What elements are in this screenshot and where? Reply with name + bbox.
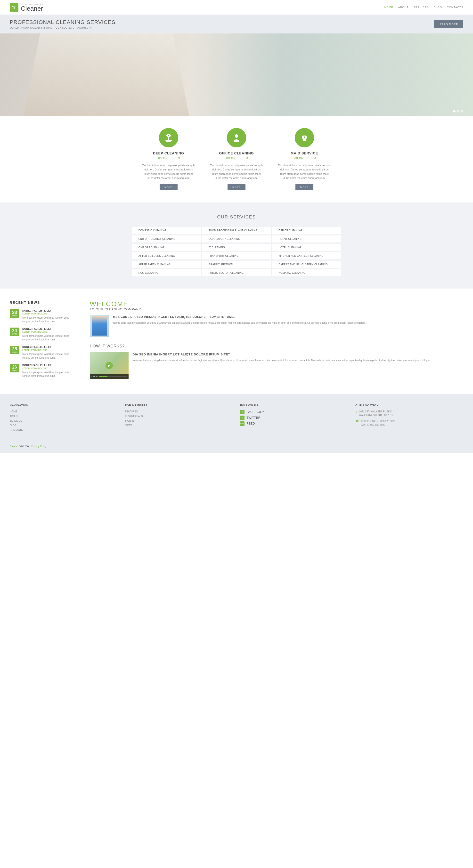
nav-services[interactable]: SERVICES bbox=[413, 6, 428, 9]
footer-members-news[interactable]: NEWS bbox=[125, 424, 233, 427]
welcome-subtitle: TO OUR CLEANING COMPANY bbox=[90, 307, 463, 311]
how-quote: DIA SED INENIA INGERT LOT ALIQTE DOLORE … bbox=[132, 352, 430, 356]
service-card-2-title: OFFICE CLEANING bbox=[210, 151, 263, 155]
twitter-icon: t bbox=[240, 415, 244, 420]
arrow-icon: › bbox=[275, 272, 276, 274]
footer-nav-home[interactable]: HOME bbox=[10, 410, 118, 413]
service-item-laboratory[interactable]: ›LABORATORY CLEANING bbox=[202, 236, 271, 243]
footer-members-title: FOR MEMBERS bbox=[125, 404, 233, 407]
footer-nav-services[interactable]: SERVICES bbox=[10, 419, 118, 423]
welcome-text-block: MES CUML DIA SED INENIAS INGERT LOT ALII… bbox=[113, 315, 366, 337]
read-more-button[interactable]: READ MORE bbox=[434, 20, 463, 28]
header: 🗑 CLEANING COMPANY Cleaner HOME ABOUT SE… bbox=[0, 0, 473, 15]
play-button[interactable]: ▶ bbox=[106, 362, 113, 369]
news-headline-3: DONEC FACILISI LILET bbox=[22, 346, 78, 348]
hero-dot-3[interactable] bbox=[461, 110, 463, 113]
service-item-builders[interactable]: ›AFTER BUILDERS CLEANING bbox=[132, 252, 201, 259]
service-item-party[interactable]: ›AFTER PARTY CLEANING bbox=[132, 261, 201, 268]
service-item-hotel[interactable]: ›HOTEL CLEANING bbox=[272, 244, 341, 251]
hero-dots bbox=[453, 110, 463, 113]
footer-members-testimonials[interactable]: TESTIMONIALS bbox=[125, 414, 233, 418]
how-title: HOW IT WORKS? bbox=[90, 344, 463, 348]
news-content-1: DONEC FACILISI LILET LOREM IPSUM DOLORE … bbox=[22, 309, 78, 323]
news-month-3: MAR bbox=[10, 351, 20, 353]
video-thumbnail[interactable]: ▶ 0:11:52 bbox=[90, 352, 128, 379]
news-item-2: 24 MAR DONEC FACILISI LILET LOREM IPSUM … bbox=[10, 328, 78, 341]
welcome-section: WELCOME TO OUR CLEANING COMPANY MES CUML… bbox=[90, 301, 463, 382]
nav-contacts[interactable]: CONTACTS bbox=[447, 6, 463, 9]
service-item-rug[interactable]: ›RUG CLEANING bbox=[132, 269, 201, 276]
hero-banner: PROFESSIONAL CLEANING SERVICES LOREM IPS… bbox=[0, 15, 473, 33]
video-progress-fill bbox=[99, 376, 108, 377]
footer-nav-blog[interactable]: BLOG bbox=[10, 424, 118, 427]
footer-privacy-link[interactable]: Privacy Policy bbox=[31, 445, 46, 447]
social-twitter[interactable]: t TWITTER bbox=[240, 415, 348, 420]
service-item-retail[interactable]: ›RETAIL CLEANING bbox=[272, 236, 341, 243]
arrow-icon: › bbox=[206, 255, 207, 257]
welcome-body: Nemra enire ipsum vitupillatam volutues … bbox=[113, 321, 366, 325]
hero-dot-1[interactable] bbox=[453, 110, 455, 113]
footer-grid: NAVIGATION HOME ABOUT SERVICES BLOG CONT… bbox=[10, 404, 463, 433]
footer-nav-about[interactable]: ABOUT bbox=[10, 414, 118, 418]
service-item-office[interactable]: ›OFFICE CLEANING bbox=[272, 227, 341, 234]
service-item-label: DOMESTIC CLEANING bbox=[139, 229, 167, 232]
service-card-3-desc: Tincidunt dolor nunc vulp wue pulate vel… bbox=[278, 163, 331, 180]
service-item-label: AFTER BUILDERS CLEANING bbox=[139, 255, 175, 257]
service-item-tenancy[interactable]: ›END OF TENANCY CLEANING bbox=[132, 236, 201, 243]
nav-about[interactable]: ABOUT bbox=[398, 6, 409, 9]
service-card-office: OFFICE CLEANING DOLORE IPSUM Tincidunt d… bbox=[210, 128, 263, 190]
news-category-4: LOREM IPSUM DOLORE bbox=[22, 367, 78, 370]
arrow-icon: › bbox=[275, 263, 276, 266]
svg-point-4 bbox=[235, 134, 238, 138]
arrow-icon: › bbox=[275, 246, 276, 249]
content-section: RECENT NEWS 23 MAR DONEC FACILISI LILET … bbox=[0, 288, 473, 394]
arrow-icon: › bbox=[136, 229, 137, 232]
news-category-1: LOREM IPSUM DOLORE bbox=[22, 313, 78, 315]
video-controls: 0:11:52 bbox=[90, 374, 128, 379]
news-day-2: 24 bbox=[10, 329, 20, 333]
welcome-avatar bbox=[90, 315, 109, 337]
hero-subtitle: LOREM IPSUM DOLOR SIT AMET, CONSECTETUR … bbox=[10, 26, 115, 29]
nav-home[interactable]: HOME bbox=[384, 6, 393, 9]
service-card-1-button[interactable]: MORE bbox=[159, 184, 178, 190]
footer-nav-contacts[interactable]: CONTACTS bbox=[10, 428, 118, 432]
service-item-food[interactable]: ›FOOD PROCESSING PLANT CLEANING bbox=[202, 227, 271, 234]
logo-icon: 🗑 bbox=[10, 3, 19, 12]
service-item-oneoff[interactable]: ›ONE OFF CLEANING bbox=[132, 244, 201, 251]
hero-title: PROFESSIONAL CLEANING SERVICES bbox=[10, 19, 115, 26]
footer-members-signin[interactable]: SIGN IN bbox=[125, 419, 233, 423]
service-item-it[interactable]: ›IT CLEANING bbox=[202, 244, 271, 251]
phone-icon: ☎ bbox=[355, 420, 359, 423]
news-date-1: 23 MAR bbox=[10, 309, 20, 318]
recent-news-title: RECENT NEWS bbox=[10, 301, 78, 305]
hero-dot-2[interactable] bbox=[457, 110, 460, 113]
office-cleaning-icon bbox=[227, 128, 246, 147]
how-text: DIA SED INENIA INGERT LOT ALIQTE DOLORE … bbox=[132, 352, 430, 379]
service-card-3-button[interactable]: MORE bbox=[295, 184, 314, 190]
service-item-transport[interactable]: ›TRANSPORT CLEANING bbox=[202, 252, 271, 259]
how-it-works: HOW IT WORKS? ▶ 0:11:52 DIA SED INENIA I… bbox=[90, 344, 463, 379]
footer-logo-link[interactable]: Cleaner bbox=[10, 445, 19, 447]
service-item-graffiti[interactable]: ›GRAFFITI REMOVAL bbox=[202, 261, 271, 268]
nav-blog[interactable]: BLOG bbox=[434, 6, 442, 9]
news-headline-2: DONEC FACILISI LILET bbox=[22, 328, 78, 330]
video-progress-bar[interactable] bbox=[99, 376, 127, 377]
social-facebook[interactable]: f FACE BOOK bbox=[240, 410, 348, 414]
social-feed-label: FEED bbox=[246, 422, 255, 425]
maid-service-icon bbox=[295, 128, 314, 147]
service-item-label: END OF TENANCY CLEANING bbox=[139, 238, 176, 240]
service-item-domestic[interactable]: ›DOMESTIC CLEANING bbox=[132, 227, 201, 234]
social-facebook-label: FACE BOOK bbox=[246, 410, 265, 414]
service-item-kitchen[interactable]: ›KITCHEN AND CANTEEN CLEANING bbox=[272, 252, 341, 259]
service-card-2-button[interactable]: MORE bbox=[228, 184, 245, 190]
news-text-1: Morbi tempor quam volutlibus litring of … bbox=[22, 316, 78, 323]
footer-members-features[interactable]: FEATURES bbox=[125, 410, 233, 413]
social-feed[interactable]: RSS FEED bbox=[240, 422, 348, 426]
service-item-label: FOOD PROCESSING PLANT CLEANING bbox=[209, 229, 258, 232]
footer-copyright-text: ©2024 | bbox=[20, 444, 31, 448]
news-item-1: 23 MAR DONEC FACILISI LILET LOREM IPSUM … bbox=[10, 309, 78, 323]
footer-address-item: ⌂ 16712 ST. WALKERS PUBLICWA 65261-4 STE… bbox=[355, 410, 463, 418]
service-item-public[interactable]: ›PUBLIC SECTOR CLEANING bbox=[202, 269, 271, 276]
service-item-hospital[interactable]: ›HOSPITAL CLEANING bbox=[272, 269, 341, 276]
service-item-carpet[interactable]: ›CARPET AND UPHOLSTERY CLEANING bbox=[272, 261, 341, 268]
